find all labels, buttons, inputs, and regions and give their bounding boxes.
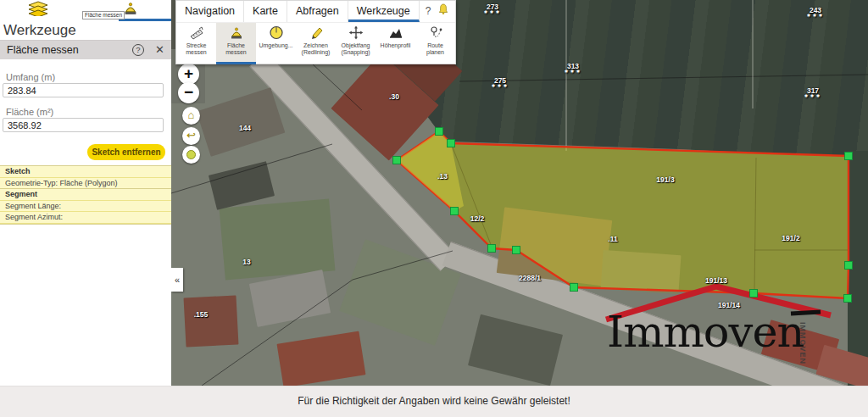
geometrie-typ-row: Geometrie-Typ: Fläche (Polygon) [0,178,171,190]
segment-azimut-row: Segment Azimut: [0,212,171,224]
remove-sketch-button[interactable]: Sketch entfernen [87,144,165,160]
sketch-info-box: Sketch Geometrie-Typ: Fläche (Polygon) [0,165,171,190]
tool-objektfang[interactable]: Objektfang(Snapping) [336,23,376,64]
umfang-label: Umfang (m) [6,72,55,82]
tool-route[interactable]: Routeplanen [415,23,455,64]
layers-icon[interactable] [27,1,49,19]
tab-karte[interactable]: Karte [244,1,287,22]
tool-label: Objektfang(Snapping) [341,42,370,55]
sidebar: Fläche messen Werkzeuge Fläche messen ? … [0,0,171,386]
hoehenprofil-icon [388,25,403,41]
toolbar-tabs: NavigationKarteAbfragenWerkzeuge? [176,1,455,23]
map-canvas[interactable]: 144.30.1312/2.11191/3191/2191/13191/1422… [171,0,868,386]
tool-label: Routeplanen [426,42,444,55]
tool-tooltip: Fläche messen [82,11,125,19]
sketch-vertex-handle[interactable] [513,247,520,254]
toolbar: NavigationKarteAbfragenWerkzeuge? Streck… [175,0,456,64]
sidebar-tab-strip: Fläche messen [0,0,171,22]
sketch-vertex-handle[interactable] [488,245,496,253]
route-icon [428,25,443,41]
back-button[interactable]: ↩ [182,127,200,145]
measured-area-polygon[interactable] [397,131,849,298]
sketch-vertex-handle[interactable] [845,262,853,270]
umgebung-icon [269,25,284,41]
tool-umgebung[interactable]: Umgebung... [256,23,296,64]
overview-globe-button[interactable] [182,146,200,164]
sketch-vertex-handle[interactable] [844,295,852,303]
close-icon[interactable]: ✕ [155,43,164,56]
segment-info-box: Segment Segment Länge: Segment Azimut: [0,188,171,225]
home-button[interactable]: ⌂ [182,107,200,125]
tool-label: Umgebung... [259,42,292,49]
disclaimer-bar: Für die Richtigkeit der Angaben wird kei… [0,386,868,417]
measure-panel-title: Fläche messen [7,44,79,56]
tool-flaeche[interactable]: Flächemessen [216,23,256,64]
help-icon[interactable]: ? [132,44,144,56]
tool-label: Streckemessen [186,42,207,55]
tool-label: Zeichnen(Redlining) [302,42,331,55]
zeichnen-icon [309,25,324,41]
flaeche-field[interactable] [3,118,164,132]
sketch-vertex-handle[interactable] [436,128,443,136]
sketch-vertex-handle[interactable] [393,157,401,164]
sketch-vertex-handle[interactable] [570,284,578,292]
sketch-vertex-handle[interactable] [750,290,758,297]
parcel-boundary-line [202,280,353,386]
toolbar-tools: StreckemessenFlächemessenUmgebung...Zeic… [176,23,455,64]
tool-label: Höhenprofil [381,42,411,49]
objektfang-icon [348,25,364,41]
active-tab-indicator [119,19,171,21]
globe-icon [186,150,196,159]
umfang-field[interactable] [3,83,164,97]
page-title: Werkzeuge [3,22,76,39]
flaeche-label: Fläche (m²) [6,107,53,117]
sketch-info-header: Sketch [0,166,171,178]
sketch-vertex-handle[interactable] [845,153,853,160]
notification-bell-icon[interactable] [437,1,453,22]
segment-laenge-row: Segment Länge: [0,201,171,213]
parcel-boundary-line [353,251,453,280]
gis-app: Fläche messen Werkzeuge Fläche messen ? … [0,0,868,417]
sketch-vertex-handle[interactable] [451,208,459,215]
tab-abfragen[interactable]: Abfragen [287,1,348,22]
strecke-icon [189,25,204,41]
toolbar-help-icon[interactable]: ? [420,1,437,22]
tool-zeichnen[interactable]: Zeichnen(Redlining) [296,23,336,64]
sketch-vertex-handle[interactable] [448,140,455,147]
sidebar-collapse-button[interactable]: « [171,268,183,292]
measure-panel-header: Fläche messen ? ✕ [0,40,171,59]
tab-werkzeuge[interactable]: Werkzeuge [348,1,420,22]
tool-label: Flächemessen [225,42,247,55]
disclaimer-text: Für die Richtigkeit der Angaben wird kei… [298,395,570,407]
tab-navigation[interactable]: Navigation [176,1,244,22]
watermark-logo: Immoven [607,307,819,357]
parcel-boundary-line [459,75,868,81]
tool-strecke[interactable]: Streckemessen [176,23,216,64]
flaeche-icon [229,25,244,41]
tool-hoehenprofil[interactable]: Höhenprofil [376,23,415,64]
zoom-out-button[interactable]: − [178,82,199,103]
segment-info-header: Segment [0,189,171,201]
watermark-vertical-text: IMMOVEN [798,322,807,364]
